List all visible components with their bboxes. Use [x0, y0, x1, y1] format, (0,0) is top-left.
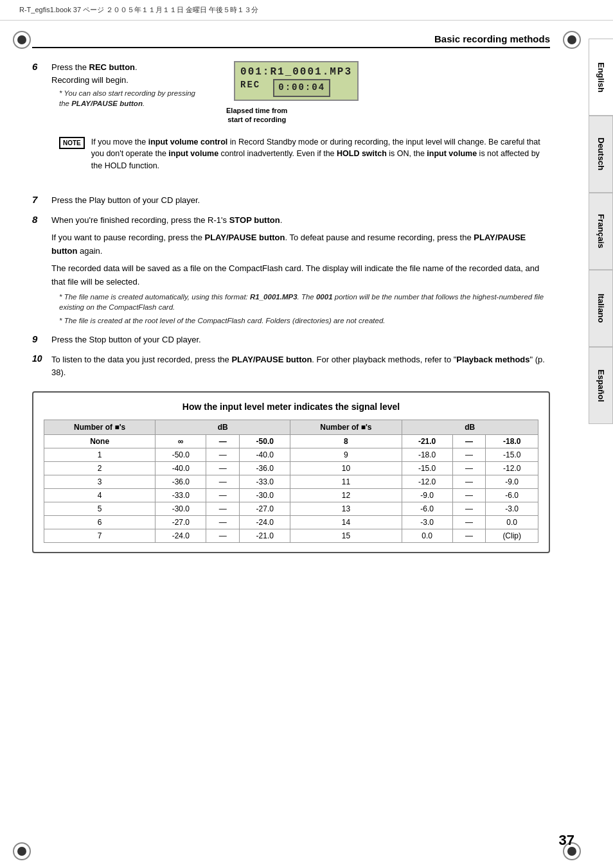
- step-7: 7 Press the Play button of your CD playe…: [32, 194, 550, 207]
- step-6-number: 6: [32, 61, 46, 72]
- table-cell: —: [452, 475, 486, 489]
- table-cell: -36.0: [240, 462, 290, 475]
- step-10-number: 10: [32, 353, 46, 364]
- table-cell: -50.0: [240, 435, 290, 448]
- lcd-time: 0:00:04: [273, 79, 330, 97]
- signal-table-body: None∞—-50.08-21.0—-18.01-50.0—-40.09-18.…: [44, 435, 538, 543]
- signal-table: Number of ■'s dB Number of ■'s dB None∞—…: [44, 420, 538, 543]
- main-content: Basic recording methods 6 Press the REC …: [0, 21, 589, 566]
- lang-tab-espanol[interactable]: Español: [589, 347, 613, 424]
- table-cell: -27.0: [240, 502, 290, 516]
- table-cell: -18.0: [402, 448, 452, 462]
- step-10-text: To listen to the data you just recorded,…: [51, 353, 550, 378]
- table-row: 5-30.0—-27.013-6.0—-3.0: [44, 502, 538, 516]
- lang-tab-italiano[interactable]: Italiano: [589, 270, 613, 347]
- table-cell: -50.0: [155, 448, 206, 462]
- table-cell: -3.0: [402, 516, 452, 529]
- table-cell: -21.0: [402, 435, 452, 448]
- lang-tab-francais[interactable]: Français: [589, 193, 613, 270]
- table-cell: 4: [44, 489, 155, 502]
- step-9-number: 9: [32, 333, 46, 344]
- table-cell: 14: [290, 516, 402, 529]
- table-row: 6-27.0—-24.014-3.0—0.0: [44, 516, 538, 529]
- table-cell: -15.0: [486, 448, 538, 462]
- table-header-row: Number of ■'s dB Number of ■'s dB: [44, 420, 538, 435]
- corner-decoration-tr: [563, 31, 576, 44]
- step-10: 10 To listen to the data you just record…: [32, 353, 550, 378]
- step-9: 9 Press the Stop button of your CD playe…: [32, 333, 550, 346]
- section-title: Basic recording methods: [32, 33, 550, 48]
- table-cell: 2: [44, 462, 155, 475]
- table-cell: -6.0: [402, 502, 452, 516]
- lcd-line2: REC 0:00:04: [240, 79, 352, 97]
- note-label: NOTE: [59, 137, 85, 149]
- signal-box-title: How the input level meter indicates the …: [44, 402, 538, 412]
- table-cell: 8: [290, 435, 402, 448]
- header-text: R-T_egfis1.book 37 ページ ２００５年１１月１１日 金曜日 午…: [19, 5, 258, 15]
- step-6-row: Press the REC button. Recording will beg…: [51, 61, 550, 125]
- table-cell: —: [452, 529, 486, 543]
- table-cell: 15: [290, 529, 402, 543]
- lcd-rec-indicator: REC: [240, 79, 260, 97]
- lang-tab-english[interactable]: English: [589, 39, 613, 116]
- table-cell: -40.0: [155, 462, 206, 475]
- table-cell: 12: [290, 489, 402, 502]
- step-6-sub: Recording will begin.: [51, 74, 195, 87]
- table-row: 4-33.0—-30.012-9.0—-6.0: [44, 489, 538, 502]
- lang-tab-deutsch[interactable]: Deutsch: [589, 116, 613, 193]
- table-row: 3-36.0—-33.011-12.0—-9.0: [44, 475, 538, 489]
- table-cell: -33.0: [240, 475, 290, 489]
- table-cell: —: [206, 462, 240, 475]
- table-cell: 13: [290, 502, 402, 516]
- table-cell: 11: [290, 475, 402, 489]
- table-cell: (Clip): [486, 529, 538, 543]
- table-cell: -6.0: [486, 489, 538, 502]
- table-cell: -33.0: [155, 489, 206, 502]
- table-cell: —: [206, 502, 240, 516]
- page-header: R-T_egfis1.book 37 ページ ２００５年１１月１１日 金曜日 午…: [0, 0, 613, 21]
- note-text: If you move the input volume control in …: [91, 136, 542, 172]
- elapsed-time-label: Elapsed time fromstart of recording: [226, 106, 287, 125]
- table-cell: -21.0: [240, 529, 290, 543]
- table-cell: -3.0: [486, 502, 538, 516]
- table-cell: —: [206, 516, 240, 529]
- table-cell: ∞: [155, 435, 206, 448]
- table-cell: —: [452, 462, 486, 475]
- table-cell: —: [452, 448, 486, 462]
- step-10-content: To listen to the data you just recorded,…: [51, 353, 550, 378]
- corner-decoration-tl: [13, 31, 26, 44]
- table-cell: -12.0: [402, 475, 452, 489]
- col-header-num-left: Number of ■'s: [44, 420, 155, 435]
- step-6: 6 Press the REC button. Recording will b…: [32, 61, 550, 186]
- table-cell: -9.0: [402, 489, 452, 502]
- step-8-number: 8: [32, 214, 46, 225]
- table-cell: —: [206, 529, 240, 543]
- table-row: 1-50.0—-40.09-18.0—-15.0: [44, 448, 538, 462]
- note-block: NOTE If you move the input volume contro…: [51, 131, 550, 177]
- step-7-text: Press the Play button of your CD player.: [51, 194, 550, 207]
- table-cell: -18.0: [486, 435, 538, 448]
- table-cell: -36.0: [155, 475, 206, 489]
- col-header-num-right: Number of ■'s: [290, 420, 402, 435]
- step-6-content: Press the REC button. Recording will beg…: [51, 61, 550, 186]
- table-row: 7-24.0—-21.0150.0—(Clip): [44, 529, 538, 543]
- table-cell: -24.0: [155, 529, 206, 543]
- table-cell: 0.0: [402, 529, 452, 543]
- step-7-content: Press the Play button of your CD player.: [51, 194, 550, 207]
- table-cell: —: [206, 475, 240, 489]
- table-row: None∞—-50.08-21.0—-18.0: [44, 435, 538, 448]
- table-cell: -30.0: [240, 489, 290, 502]
- table-cell: —: [452, 502, 486, 516]
- step-6-instruction: Press the REC button.: [51, 61, 195, 74]
- table-cell: —: [206, 489, 240, 502]
- step-9-content: Press the Stop button of your CD player.: [51, 333, 550, 346]
- lcd-line1: 001:R1_0001.MP3: [240, 65, 352, 79]
- step-6-text-block: Press the REC button. Recording will beg…: [51, 61, 195, 109]
- col-header-db-left: dB: [155, 420, 290, 435]
- table-cell: 10: [290, 462, 402, 475]
- col-header-db-right: dB: [402, 420, 538, 435]
- table-cell: —: [452, 435, 486, 448]
- page-number: 37: [559, 832, 574, 849]
- table-cell: —: [452, 489, 486, 502]
- table-cell: —: [452, 516, 486, 529]
